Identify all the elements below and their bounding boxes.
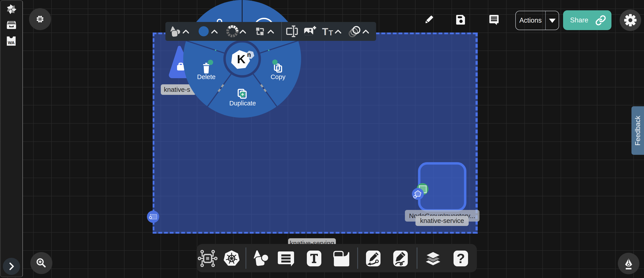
svg-text:K: K <box>237 52 246 66</box>
svg-text:Delete: Delete <box>197 73 216 80</box>
svg-text:WA: WA <box>8 40 15 45</box>
svg-text:?: ? <box>456 251 465 266</box>
svg-text:T: T <box>328 29 333 37</box>
svg-text:Copy: Copy <box>270 73 286 80</box>
svg-text:T: T <box>322 26 328 37</box>
svg-text:n: n <box>247 51 251 58</box>
svg-text:Duplicate: Duplicate <box>230 100 256 107</box>
